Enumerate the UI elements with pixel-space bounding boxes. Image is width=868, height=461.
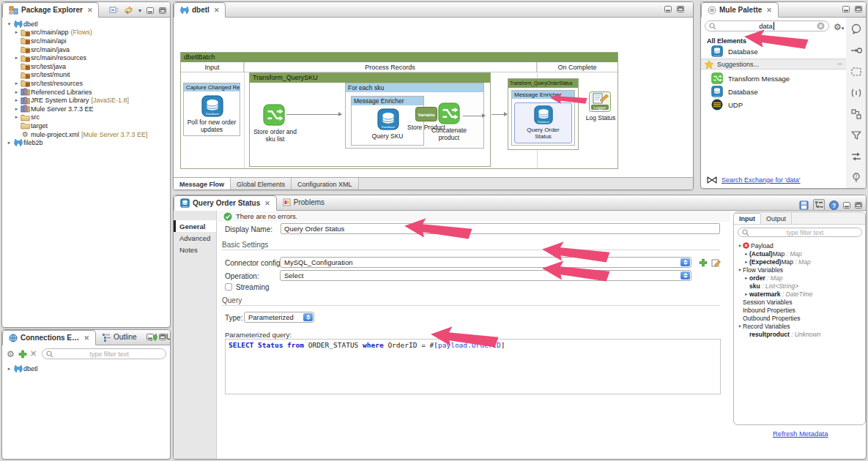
tab-query-order-status[interactable]: Database Query Order Status ✕ (174, 195, 277, 211)
datasense-item[interactable]: ▾Payload (737, 241, 865, 250)
collapse-all-icon[interactable] (109, 6, 119, 15)
connector-category-icon[interactable] (850, 45, 862, 59)
tree-item[interactable]: ▸fileb2b (4, 138, 170, 147)
selected-query-order-status-node[interactable]: Database Query OrderStatus (514, 102, 572, 143)
datasense-item[interactable]: ▸order : Map (737, 274, 865, 282)
palette-item-transform-message[interactable]: Transform Message (701, 72, 846, 85)
gear-icon[interactable]: ⚙ (7, 349, 15, 359)
expand-arrow-icon[interactable]: ▸ (13, 114, 20, 120)
add-connection-icon[interactable] (18, 350, 27, 359)
poll-node-label[interactable]: Poll for new orderupdates (184, 119, 240, 133)
minimize-icon[interactable] (146, 334, 154, 340)
store-transform-label[interactable]: Store order andsku list (244, 129, 306, 143)
scope-transform-querysku[interactable]: Transform_QuerySKU Store order andsku li… (249, 72, 491, 167)
tree-item[interactable]: ▸src/main/resources (4, 53, 170, 62)
expand-arrow-icon[interactable]: ▾ (6, 21, 12, 27)
expand-arrow-icon[interactable]: ▸ (13, 29, 20, 35)
datasense-item[interactable]: Outbound Properties (737, 314, 865, 322)
tree-item[interactable]: ▸dbetl (4, 364, 170, 373)
minimize-icon[interactable] (664, 6, 672, 12)
datasense-item[interactable]: ▾Record Variables (737, 322, 865, 330)
tree-item[interactable]: src/test/java (4, 62, 170, 71)
clear-search-icon[interactable] (817, 22, 825, 30)
datasense-item[interactable]: ▸(Actual) Map : Map (737, 250, 865, 258)
transform-message-icon[interactable] (263, 104, 285, 129)
operation-select[interactable]: Select (280, 270, 691, 281)
scope-capture-changed-records[interactable]: Capture Changed Records Database Poll fo… (183, 83, 240, 136)
tab-configuration-xml[interactable]: Configuration XML (292, 178, 359, 190)
add-config-icon[interactable] (699, 258, 708, 267)
datasense-item[interactable]: Session Variables (737, 298, 865, 306)
tree-item[interactable]: ▾dbetl (4, 20, 170, 29)
streaming-checkbox[interactable] (225, 283, 232, 291)
datasense-item[interactable]: resultproduct : Unknown (737, 330, 865, 338)
suggestions-header[interactable]: Suggestions... ⇿ (701, 59, 846, 70)
tree-item[interactable]: ▸JRE System Library[JavaSE-1.8] (4, 96, 170, 105)
close-icon[interactable]: ✕ (264, 200, 270, 207)
tree-item[interactable]: ▸src (4, 113, 170, 122)
close-icon[interactable]: ✕ (87, 7, 93, 14)
expand-arrow-icon[interactable]: ▸ (13, 55, 20, 61)
search-exchange-link[interactable]: Search Exchange for 'data' (722, 176, 801, 184)
help-icon[interactable]: ? (829, 200, 839, 210)
nav-general[interactable]: General (174, 220, 216, 232)
nav-advanced[interactable]: Advanced (174, 232, 216, 244)
palette-gear-icon[interactable]: ⚙▾ (834, 22, 844, 32)
flow-control-category-icon[interactable] (850, 87, 862, 102)
maximize-icon[interactable] (159, 7, 166, 14)
scope-category-icon[interactable] (850, 66, 862, 80)
view-menu-icon[interactable]: ▾ (138, 7, 141, 14)
minimize-icon[interactable] (842, 6, 850, 12)
display-name-input[interactable]: Query Order Status (281, 223, 720, 234)
filter-category-icon[interactable] (850, 130, 862, 144)
datasense-item[interactable]: ▾Flow Variables (737, 266, 865, 274)
expand-arrow-icon[interactable]: ▸ (6, 140, 12, 146)
nav-notes[interactable]: Notes (174, 244, 216, 255)
tab-message-flow[interactable]: Message Flow (174, 178, 231, 190)
datasense-item[interactable]: sku : List<String> (737, 282, 865, 290)
chat-category-icon[interactable] (850, 23, 862, 38)
refresh-metadata-link[interactable]: Refresh Metadata (773, 430, 828, 438)
tab-connections-explorer[interactable]: Connections Explorer (d... ✕ (2, 330, 96, 345)
log-status-label[interactable]: Log Status (578, 115, 623, 122)
maximize-icon[interactable] (855, 202, 862, 209)
components-category-icon[interactable] (850, 108, 862, 123)
maximize-icon[interactable] (677, 6, 684, 12)
datasense-item[interactable]: ▸watermark : DateTime (737, 290, 865, 298)
tree-item[interactable]: ▸Referenced Libraries (4, 88, 170, 97)
datasense-item[interactable]: ▸(Expected) Map : Map (737, 258, 865, 266)
datasense-filter-input[interactable]: type filter text (738, 228, 862, 237)
tree-item[interactable]: target (4, 121, 170, 130)
error-category-icon[interactable] (850, 172, 862, 187)
connector-config-select[interactable]: MySQL_Configuration (280, 257, 691, 268)
minimize-icon[interactable] (843, 202, 850, 209)
tree-view-toggle-icon[interactable] (813, 199, 825, 211)
store-product-label[interactable]: Store Product (393, 124, 459, 132)
scope-transform-queryorderstatus[interactable]: Transform_QueryOrderStatus Message Enric… (508, 78, 579, 150)
palette-item-udp[interactable]: UDP (701, 98, 846, 111)
tree-item[interactable]: ▸Mule Server 3.7.3 EE (4, 105, 170, 113)
datasense-item[interactable]: Inbound Properties (737, 306, 865, 314)
tree-item[interactable]: ⚙mule-project.xml[Mule Server 3.7.3 EE] (4, 130, 170, 139)
close-icon[interactable]: ✕ (766, 7, 772, 14)
expand-arrow-icon[interactable]: ▸ (6, 366, 12, 372)
link-with-editor-icon[interactable] (124, 6, 133, 15)
maximize-icon[interactable] (159, 334, 166, 340)
save-icon[interactable] (799, 200, 809, 210)
tab-outline[interactable]: Outline (96, 329, 143, 345)
minimize-icon[interactable] (146, 7, 154, 14)
tree-item[interactable]: src/test/munit (4, 71, 170, 80)
tab-problems[interactable]: Problems (277, 195, 330, 210)
database-icon[interactable]: Database (201, 95, 223, 120)
expand-arrow-icon[interactable]: ▸ (13, 106, 20, 112)
tab-mule-palette[interactable]: Mule Palette ✕ (701, 2, 779, 18)
variable-icon[interactable]: Variable (415, 107, 437, 124)
transformer-category-icon[interactable] (850, 151, 862, 165)
query-sku-label[interactable]: Query SKU (352, 133, 423, 140)
connections-filter-input[interactable]: type filter text (42, 348, 166, 359)
edit-config-icon[interactable] (711, 258, 721, 267)
expand-arrow-icon[interactable]: ▸ (13, 97, 20, 103)
expand-arrow-icon[interactable]: ▸ (13, 89, 20, 95)
tab-input[interactable]: Input (734, 213, 761, 224)
logger-icon[interactable]: Logger (589, 91, 611, 115)
